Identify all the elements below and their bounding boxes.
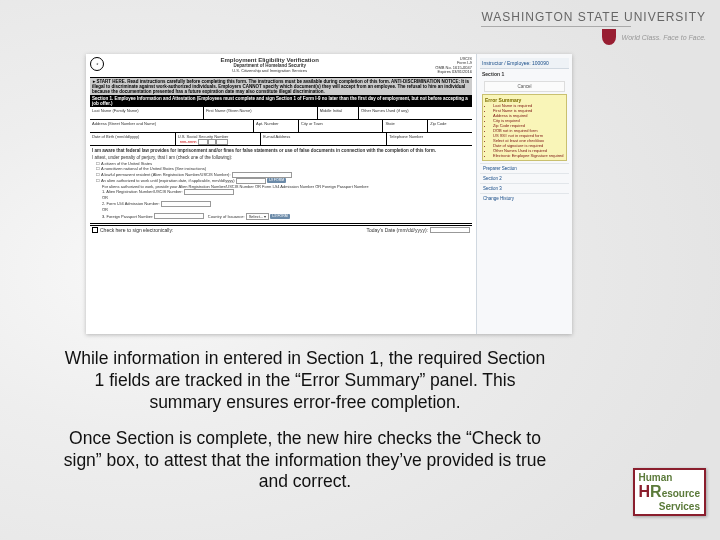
apt-field[interactable]: Apt. Number <box>254 120 299 132</box>
zip-field[interactable]: Zip Code <box>428 120 472 132</box>
state-field[interactable]: State <box>383 120 428 132</box>
last-name-field[interactable]: Last Name (Family Name) <box>90 107 204 119</box>
dob-row: Date of Birth (mm/dd/yyyy) U.S. Social S… <box>90 133 472 146</box>
cancel-button[interactable]: Cancel <box>484 81 565 92</box>
dhs-seal-icon: ★ <box>90 57 104 71</box>
hr-services-logo: Human HResource Services <box>633 468 706 516</box>
form-main: ★ Employment Eligibility Verification De… <box>86 54 476 334</box>
first-name-field[interactable]: First Name (Given Name) <box>204 107 318 119</box>
email-field[interactable]: E-mail Address <box>261 133 387 145</box>
mi-field[interactable]: Middle Initial <box>318 107 359 119</box>
error-list: Last Name is required First Name is requ… <box>493 103 564 158</box>
side-sec2[interactable]: Section 2 <box>480 173 569 183</box>
divider <box>90 223 472 224</box>
attest-1: I am aware that federal law provides for… <box>90 146 472 155</box>
address-field[interactable]: Address (Street Number and Name) <box>90 120 254 132</box>
side-header: Instructor / Employee: 100090 <box>480 58 569 69</box>
side-history[interactable]: Change History <box>480 193 569 203</box>
wsu-name: WASHINGTON STATE UNIVERSITY <box>481 10 706 24</box>
i9-badge-2: I-9 FORM <box>270 214 289 219</box>
section1-bar: Section 1. Employee Information and Atte… <box>90 95 472 107</box>
form-subtitle2: U.S. Citizenship and Immigration Service… <box>104 68 435 73</box>
sign-date-label: Today's Date (mm/dd/yyyy): <box>366 227 428 233</box>
i9-form-screenshot: ★ Employment Eligibility Verification De… <box>86 54 572 334</box>
start-here: ►START HERE. Read instructions carefully… <box>90 78 472 95</box>
caption-p1: While information in entered in Section … <box>60 348 550 414</box>
i9-badge: I-9 FORM <box>267 178 286 183</box>
sign-date-field[interactable] <box>430 227 470 233</box>
name-row: Last Name (Family Name) First Name (Give… <box>90 107 472 120</box>
hr-initials: HResource <box>639 483 700 501</box>
wsu-shield-icon <box>602 29 616 45</box>
ssn-field[interactable]: U.S. Social Security Numbernnn-nnnn <box>176 133 262 145</box>
slide-caption: While information in entered in Section … <box>60 348 550 507</box>
side-sec3[interactable]: Section 3 <box>480 183 569 193</box>
address-row: Address (Street Number and Name) Apt. Nu… <box>90 120 472 133</box>
tel-field[interactable]: Telephone Number <box>387 133 472 145</box>
wsu-tagline: World Class. Face to Face. <box>622 34 706 41</box>
country-select[interactable]: Select... ▾ <box>246 213 270 221</box>
hr-top: Human <box>639 472 700 483</box>
passport-num[interactable]: 3. Foreign Passport Number: Country of I… <box>96 213 470 221</box>
city-field[interactable]: City or Town <box>299 120 384 132</box>
citizenship-options: A citizen of the United States A nonciti… <box>90 160 472 223</box>
dob-field[interactable]: Date of Birth (mm/dd/yyyy) <box>90 133 176 145</box>
err-item: Electronic Employee Signature required <box>493 153 564 158</box>
error-summary-panel: Error Summary Last Name is required Firs… <box>482 94 567 161</box>
hr-bot: Services <box>639 501 700 512</box>
check-to-sign[interactable] <box>92 227 98 233</box>
side-preparer[interactable]: Preparer Section <box>480 163 569 173</box>
wsu-logo: WASHINGTON STATE UNIVERSITY World Class.… <box>481 10 706 45</box>
sign-label: Check here to sign electronically: <box>100 227 173 233</box>
divider <box>481 26 631 27</box>
side-panel: Instructor / Employee: 100090 Section 1 … <box>476 54 572 334</box>
sign-row: Check here to sign electronically: Today… <box>90 225 472 234</box>
form-meta: USCIS Form I-9 OMB No. 1615-0047 Expires… <box>435 57 472 75</box>
side-sec1[interactable]: Section 1 <box>480 69 569 79</box>
caption-p2: Once Section is complete, the new hire c… <box>60 428 550 494</box>
form-header: ★ Employment Eligibility Verification De… <box>90 57 472 78</box>
other-names-field[interactable]: Other Names Used (if any) <box>359 107 472 119</box>
